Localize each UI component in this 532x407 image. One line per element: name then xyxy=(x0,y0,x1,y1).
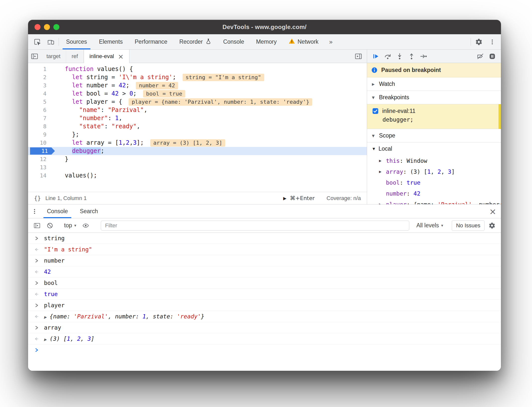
pause-on-exceptions-icon[interactable] xyxy=(487,51,498,62)
editor-status-bar: {} Line 1, Column 1 ▶ ⌘+Enter Coverage: … xyxy=(28,192,367,204)
expand-arrow-icon[interactable]: ▶ xyxy=(379,166,381,177)
step-into-icon[interactable] xyxy=(394,51,405,62)
line-number[interactable]: 7 xyxy=(28,114,52,122)
coverage-status: Coverage: n/a xyxy=(327,195,361,202)
code-token: 0 xyxy=(129,90,133,97)
breakpoint-checkbox[interactable] xyxy=(372,108,379,114)
tab-label: Recorder xyxy=(179,38,203,45)
line-number[interactable]: 14 xyxy=(28,171,52,180)
file-tabs: targetrefinline-eval× xyxy=(41,50,129,63)
minimize-window-button[interactable] xyxy=(44,24,50,30)
cursor-position: Line 1, Column 1 xyxy=(45,195,87,202)
tab-memory[interactable]: Memory xyxy=(250,34,283,49)
console-settings-gear-icon[interactable] xyxy=(487,220,497,231)
file-tab-target[interactable]: target xyxy=(41,50,66,63)
file-tab-inline-eval[interactable]: inline-eval× xyxy=(84,50,129,63)
debug-toolbar xyxy=(367,50,501,63)
scope-colon: : xyxy=(400,179,407,186)
expand-arrow-icon[interactable]: ▶ xyxy=(44,315,47,319)
step-icon[interactable] xyxy=(418,51,429,62)
drawer-menu-kebab-icon[interactable] xyxy=(28,204,41,218)
code-text: "name": "Parzival", xyxy=(52,106,367,114)
more-tabs-button[interactable]: » xyxy=(324,34,337,49)
code-token: 1 xyxy=(143,313,146,320)
console-drawer: ConsoleSearch × top ▾ xyxy=(28,204,501,371)
line-number[interactable]: 2 xyxy=(28,73,52,81)
line-number[interactable]: 12 xyxy=(28,155,52,163)
line-number[interactable]: 13 xyxy=(28,163,52,171)
scope-entry-array[interactable]: ▶array: (3) [1, 2, 3] xyxy=(367,166,501,177)
settings-gear-icon[interactable] xyxy=(472,34,486,49)
deactivate-breakpoints-icon[interactable] xyxy=(475,51,486,62)
show-debugger-icon[interactable] xyxy=(352,53,365,60)
line-number[interactable]: 6 xyxy=(28,106,52,114)
line-number[interactable]: 11 xyxy=(28,147,52,155)
pretty-print-braces-icon[interactable]: {} xyxy=(34,195,41,202)
scope-section-header[interactable]: ▼ Scope xyxy=(367,129,501,142)
code-editor[interactable]: 1function values() {2 let string = 'I\'m… xyxy=(28,63,367,192)
inline-eval-chip: number = 42 xyxy=(136,82,178,89)
scope-entry-number[interactable]: number: 42 xyxy=(367,188,501,199)
zoom-window-button[interactable] xyxy=(53,24,59,30)
console-tabs: ConsoleSearch xyxy=(41,204,104,218)
expand-arrow-icon[interactable]: ▶ xyxy=(44,338,47,341)
scope-entry-bool[interactable]: bool: true xyxy=(367,177,501,188)
tab-console[interactable]: Console xyxy=(217,34,250,49)
console-prompt-row[interactable] xyxy=(28,344,501,356)
line-number[interactable]: 5 xyxy=(28,98,52,106)
tab-elements[interactable]: Elements xyxy=(93,34,129,49)
code-token: 'Parzival' xyxy=(74,313,108,320)
live-expression-eye-icon[interactable] xyxy=(80,220,91,231)
drawer-tab-console[interactable]: Console xyxy=(41,204,74,218)
context-selector[interactable]: top ▾ xyxy=(62,222,78,229)
file-tab-ref[interactable]: ref xyxy=(66,50,84,63)
line-number[interactable]: 1 xyxy=(28,65,52,73)
code-text: let array = [1,2,3];array = (3) [1, 2, 3… xyxy=(52,139,367,147)
code-line: 6 "name": "Parzival", xyxy=(28,106,367,114)
debugger-sidebar: Paused on breakpoint ▶ Watch ▼ Breakpoin… xyxy=(367,50,501,204)
code-token: } xyxy=(201,313,204,320)
scope-entry-player[interactable]: ▶player: {name: 'Parzival', number: 1, s… xyxy=(367,199,501,204)
issues-counter[interactable]: No Issues xyxy=(452,220,485,231)
local-label: Local xyxy=(379,145,392,152)
code-token: (3) [ xyxy=(410,169,427,175)
line-number[interactable]: 8 xyxy=(28,122,52,131)
inspect-element-icon[interactable] xyxy=(31,34,44,49)
device-toolbar-icon[interactable] xyxy=(44,34,57,49)
line-number[interactable]: 10 xyxy=(28,139,52,147)
tab-performance[interactable]: Performance xyxy=(129,34,173,49)
code-token: let xyxy=(72,139,83,146)
close-tab-icon[interactable]: × xyxy=(118,53,124,60)
line-number[interactable]: 9 xyxy=(28,131,52,139)
clear-console-icon[interactable] xyxy=(44,220,55,231)
breakpoint-item[interactable]: inline-eval:11 debugger; xyxy=(367,104,501,129)
breakpoints-section-header[interactable]: ▼ Breakpoints xyxy=(367,91,501,104)
code-text: debugger; xyxy=(52,147,367,155)
code-token: 'ready' xyxy=(177,313,201,320)
close-window-button[interactable] xyxy=(35,24,40,30)
step-over-icon[interactable] xyxy=(382,51,393,62)
log-levels-selector[interactable]: All levels ▾ xyxy=(414,222,445,229)
expand-arrow-icon[interactable]: ▶ xyxy=(379,155,381,166)
show-navigator-icon[interactable] xyxy=(28,50,41,63)
line-number[interactable]: 3 xyxy=(28,81,52,90)
tab-sources[interactable]: Sources xyxy=(60,34,93,49)
tab-network[interactable]: Network xyxy=(283,34,324,49)
line-number[interactable]: 4 xyxy=(28,90,52,98)
resume-script-icon[interactable] xyxy=(370,51,381,62)
run-shortcut: ⌘+Enter xyxy=(290,195,314,201)
tab-recorder[interactable]: Recorder xyxy=(173,34,217,49)
step-out-icon[interactable] xyxy=(406,51,417,62)
close-drawer-icon[interactable]: × xyxy=(485,204,501,218)
file-tabbar-right xyxy=(352,50,367,63)
scope-local-header[interactable]: ▼ Local xyxy=(367,142,501,155)
expand-arrow-icon[interactable]: ▶ xyxy=(379,199,381,204)
scope-entry-this[interactable]: ▶this: Window xyxy=(367,155,501,166)
show-console-sidebar-icon[interactable] xyxy=(32,220,42,231)
console-filter-input[interactable] xyxy=(101,221,409,231)
drawer-tab-search[interactable]: Search xyxy=(74,204,104,218)
code-line: 3 let number = 42;number = 42 xyxy=(28,81,367,90)
watch-section-header[interactable]: ▶ Watch xyxy=(367,77,501,91)
main-menu-kebab-icon[interactable] xyxy=(486,34,499,49)
code-token: true xyxy=(44,291,58,297)
